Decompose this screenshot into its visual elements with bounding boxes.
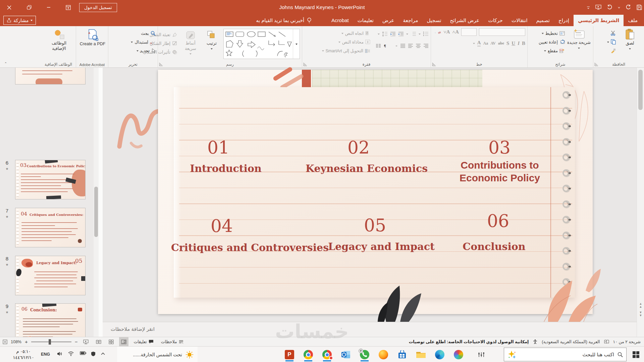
language-indicator[interactable]: العربية (المملكة العربية السعودية) [542, 339, 600, 344]
cut-button[interactable] [607, 29, 616, 37]
tab-slideshow[interactable]: عرض الشرائح [446, 15, 484, 26]
start-slideshow-icon[interactable] [595, 5, 601, 10]
slideshow-view-button[interactable] [81, 337, 91, 346]
spell-check-icon[interactable] [604, 340, 609, 344]
quick-styles-button[interactable]: أنماط سريعة [181, 29, 200, 59]
undo-icon[interactable] [607, 5, 612, 10]
layout-button[interactable]: تخطيط [539, 29, 565, 37]
battery-icon[interactable] [80, 351, 86, 355]
taskbar-search-box[interactable]: اكتب هنا للبحث [504, 348, 627, 361]
chrome-app-icon[interactable] [302, 348, 315, 361]
slide-sorter-view-button[interactable] [107, 337, 116, 346]
tab-transitions[interactable]: انتقالات [507, 15, 532, 26]
change-case-icon[interactable]: Aa [483, 41, 488, 46]
justify-icon[interactable] [400, 44, 406, 48]
shapes-gallery-more-caret[interactable] [296, 44, 298, 46]
taskbar-clock[interactable]: ٠٥:١٠ م ١٤٤٦/١٢/١٠ [10, 349, 37, 360]
toc-number-06[interactable]: 06 [487, 212, 509, 230]
toc-number-01[interactable]: 01 [207, 139, 229, 156]
editor-scrollbar[interactable]: ▲▲ ▼▼ [637, 68, 644, 337]
collapse-ribbon-chevron[interactable]: ⌃ [3, 62, 9, 66]
arrange-button[interactable]: ترتيب [203, 29, 221, 59]
undo-dropdown-icon[interactable] [618, 6, 621, 9]
font-color-icon[interactable]: A [477, 40, 481, 47]
columns-icon[interactable] [376, 44, 381, 48]
whatsapp-app-icon[interactable]: ٣ [358, 348, 371, 361]
select-button[interactable]: تحديد [131, 47, 156, 54]
start-button[interactable] [628, 347, 644, 362]
accessibility-status[interactable]: إمكانية الوصول لذوي الاحتياجات الخاصة: ا… [409, 339, 529, 344]
clear-formatting-icon[interactable]: A [435, 29, 441, 35]
toc-title-conclusion[interactable]: Conclusion [463, 240, 525, 253]
edge-app-icon[interactable] [433, 348, 446, 361]
tab-record[interactable]: تسجيل [422, 15, 445, 26]
text-direction-button[interactable]: A اتجاه النص [322, 29, 370, 37]
drawing-dialog-launcher[interactable] [159, 63, 163, 66]
align-center-icon[interactable] [416, 44, 421, 48]
tell-me-box[interactable]: أخبرني بما تريد القيام به [256, 15, 312, 26]
task-view-button[interactable] [475, 348, 488, 361]
decrease-indent-icon[interactable] [398, 32, 404, 36]
create-pdf-button[interactable]: A Create a PDF [79, 27, 106, 47]
grow-font-icon[interactable]: A˄ [452, 29, 459, 35]
share-button[interactable]: مشاركة [3, 16, 36, 25]
section-button[interactable]: مقطع [539, 47, 565, 54]
tab-acrobat[interactable]: Acrobat [327, 15, 353, 26]
toc-title-legacy[interactable]: Legacy and Impact [328, 240, 435, 253]
editor-scrollbar-thumb[interactable] [638, 70, 643, 110]
shrink-font-icon[interactable]: A˅ [443, 29, 450, 35]
copilot-sparkle-icon[interactable] [507, 350, 516, 359]
shapes-gallery[interactable] [223, 29, 300, 59]
find-button[interactable]: بحث [131, 29, 156, 37]
accessibility-icon[interactable] [533, 339, 538, 344]
format-painter-button[interactable] [607, 47, 616, 54]
next-slide-button[interactable]: ▼▼ [638, 311, 643, 318]
thumbnail-panel-scrollbar-thumb[interactable] [94, 187, 98, 237]
italic-icon[interactable]: I [518, 41, 520, 46]
notes-button[interactable]: ملاحظات [159, 337, 185, 346]
toc-title-critiques[interactable]: Critiques and Controversies [171, 241, 329, 254]
bold-icon[interactable]: B [522, 41, 525, 46]
line-spacing-icon[interactable] [382, 32, 388, 37]
zoom-slider[interactable] [31, 342, 71, 342]
reading-view-button[interactable] [94, 337, 103, 346]
strikethrough-icon[interactable]: abe [498, 41, 504, 46]
normal-view-button[interactable] [119, 337, 128, 346]
slide-canvas[interactable]: 01 Introduction 02 Keynesian Economics 0… [158, 70, 593, 314]
outlook-app-icon[interactable] [339, 348, 353, 361]
firefox-app-icon[interactable] [377, 348, 390, 361]
reset-button[interactable]: إعادة تعيين [539, 38, 565, 46]
tab-animations[interactable]: حركات [484, 15, 507, 26]
tab-file[interactable]: ملف [624, 15, 642, 26]
toc-number-05[interactable]: 05 [364, 217, 386, 234]
bullets-icon[interactable] [423, 32, 429, 36]
align-left-icon[interactable] [408, 44, 413, 48]
thumbnail-slide-7[interactable]: 04 Critiques and Controversies: [15, 208, 86, 247]
restore-icon[interactable] [21, 0, 37, 15]
thumbnail-panel-scrollbar[interactable] [94, 68, 99, 337]
tab-insert[interactable]: إدراج [554, 15, 574, 26]
tab-review[interactable]: مراجعة [398, 15, 422, 26]
defender-shield-icon[interactable] [91, 351, 96, 356]
rtl-direction-icon[interactable]: ¶ [383, 44, 389, 48]
numbering-icon[interactable]: 123 [411, 32, 416, 36]
toc-number-03[interactable]: 03 [488, 139, 511, 156]
comments-button[interactable]: تعليقات [132, 337, 156, 346]
zoom-in-button[interactable]: + [25, 339, 28, 345]
addins-button[interactable]: الوظائف الإضافية [44, 27, 74, 51]
powerpoint-app-icon[interactable]: P [283, 348, 296, 361]
toc-title-introduction[interactable]: Introduction [190, 162, 262, 175]
notes-placeholder[interactable]: انقر لإضافة ملاحظات [111, 326, 155, 332]
font-name-box[interactable] [479, 28, 525, 36]
thumbnail-slide-5-partial[interactable] [15, 68, 86, 84]
toc-title-keynesian-economics[interactable]: Keynesian Economics [306, 162, 428, 175]
replace-button[interactable]: abac استبدال [131, 38, 156, 46]
network-icon[interactable] [68, 351, 74, 356]
thumbnail-slide-9[interactable]: 06 Conclusion: [15, 303, 86, 337]
news-widget[interactable]: تحت الشمس الحارقة...... [117, 347, 198, 362]
photos-app-icon[interactable] [452, 348, 465, 361]
tab-view[interactable]: عرض [378, 15, 398, 26]
tab-home[interactable]: الشريط الرئيسي [574, 15, 624, 26]
font-dialog-launcher[interactable] [432, 63, 436, 66]
paste-button[interactable]: لصق [618, 27, 642, 51]
